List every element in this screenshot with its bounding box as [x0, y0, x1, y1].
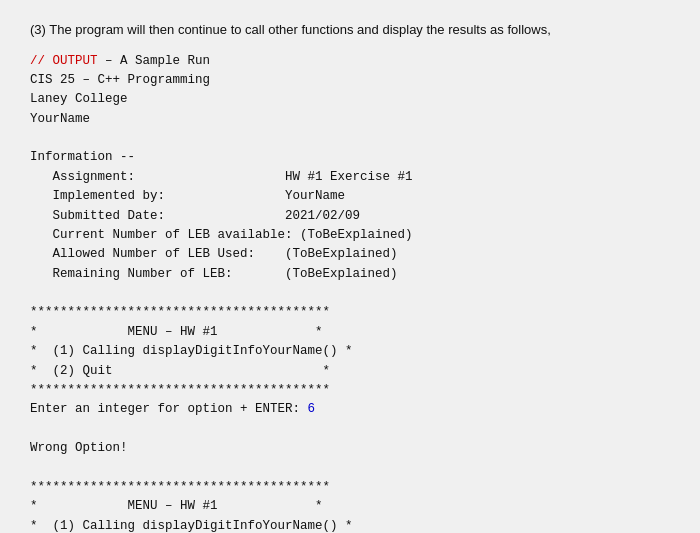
code-line: * MENU – HW #1 *	[30, 325, 323, 339]
code-line: Implemented by: YourName	[30, 189, 345, 203]
code-line: Submitted Date: 2021/02/09	[30, 209, 360, 223]
code-line: * (2) Quit *	[30, 364, 330, 378]
code-line: Laney College	[30, 92, 128, 106]
code-block: // OUTPUT – A Sample Run CIS 25 – C++ Pr…	[30, 52, 670, 534]
code-line: Current Number of LEB available: (ToBeEx…	[30, 228, 413, 242]
intro-paragraph: (3) The program will then continue to ca…	[30, 20, 670, 40]
code-line: CIS 25 – C++ Programming	[30, 73, 210, 87]
code-line: ****************************************	[30, 305, 330, 319]
code-line: Wrong Option!	[30, 441, 128, 455]
code-line: YourName	[30, 112, 90, 126]
code-line: // OUTPUT – A Sample Run	[30, 54, 210, 68]
code-line: Enter an integer for option + ENTER: 6	[30, 402, 315, 416]
code-line: ****************************************	[30, 480, 330, 494]
content-area: (3) The program will then continue to ca…	[30, 20, 670, 533]
code-line: Remaining Number of LEB: (ToBeExplained)	[30, 267, 398, 281]
code-line: * MENU – HW #1 *	[30, 499, 323, 513]
code-line: ****************************************	[30, 383, 330, 397]
code-line: Information --	[30, 150, 135, 164]
code-line: * (1) Calling displayDigitInfoYourName()…	[30, 344, 353, 358]
code-line: Assignment: HW #1 Exercise #1	[30, 170, 413, 184]
code-line: * (1) Calling displayDigitInfoYourName()…	[30, 519, 353, 533]
code-line: Allowed Number of LEB Used: (ToBeExplain…	[30, 247, 398, 261]
